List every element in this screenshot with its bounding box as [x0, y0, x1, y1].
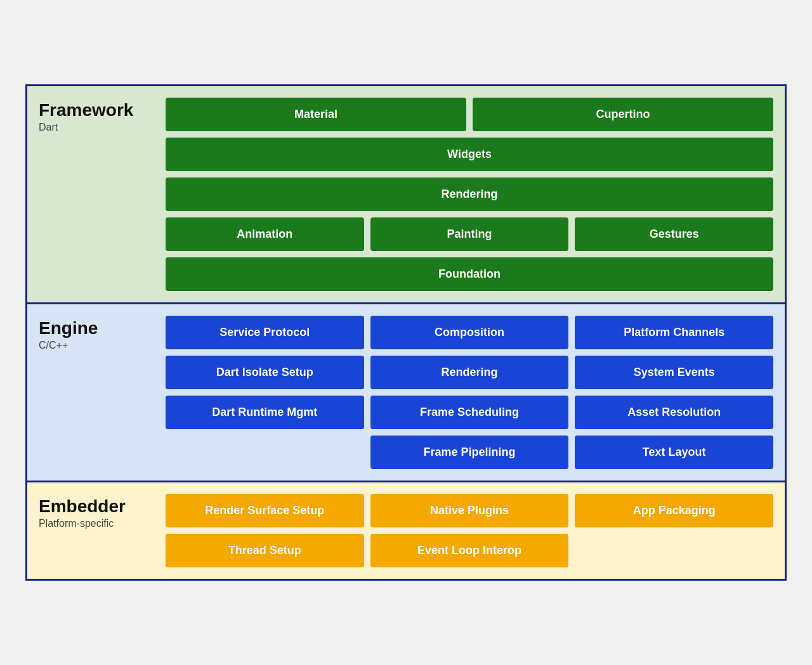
framework-content: Material Cupertino Widgets Rendering Ani…	[166, 98, 773, 291]
engine-row-3: Dart Runtime Mgmt Frame Scheduling Asset…	[166, 396, 773, 429]
framework-row-5: Foundation	[166, 257, 773, 291]
framework-row-3: Rendering	[166, 178, 773, 211]
embedder-row-1: Render Surface Setup Native Plugins App …	[166, 494, 773, 527]
engine-subtitle: C/C++	[39, 340, 166, 351]
embedder-event-loop-interop[interactable]: Event Loop Interop	[370, 534, 569, 567]
engine-label: Engine C/C++	[39, 316, 166, 469]
framework-title: Framework	[39, 100, 166, 120]
framework-label: Framework Dart	[39, 98, 166, 291]
embedder-render-surface-setup[interactable]: Render Surface Setup	[166, 494, 364, 527]
engine-row-1: Service Protocol Composition Platform Ch…	[166, 316, 773, 349]
engine-empty-1	[166, 436, 364, 469]
embedder-label: Embedder Platform-specific	[39, 494, 166, 567]
embedder-title: Embedder	[39, 496, 166, 517]
framework-cupertino[interactable]: Cupertino	[473, 98, 773, 131]
embedder-subtitle: Platform-specific	[39, 518, 166, 529]
engine-row-4: Frame Pipelining Text Layout	[166, 436, 773, 469]
engine-dart-runtime-mgmt[interactable]: Dart Runtime Mgmt	[166, 396, 364, 429]
framework-rendering[interactable]: Rendering	[166, 178, 773, 211]
engine-platform-channels[interactable]: Platform Channels	[575, 316, 773, 349]
framework-row-2: Widgets	[166, 138, 773, 171]
engine-title: Engine	[39, 318, 166, 339]
framework-material[interactable]: Material	[166, 98, 466, 131]
embedder-empty-1	[575, 534, 773, 567]
framework-row-1: Material Cupertino	[166, 98, 773, 131]
embedder-row-2: Thread Setup Event Loop Interop	[166, 534, 773, 567]
engine-service-protocol[interactable]: Service Protocol	[166, 316, 364, 349]
engine-system-events[interactable]: System Events	[575, 356, 773, 389]
embedder-app-packaging[interactable]: App Packaging	[575, 494, 773, 527]
framework-painting[interactable]: Painting	[370, 217, 569, 251]
framework-subtitle: Dart	[39, 122, 166, 133]
framework-animation[interactable]: Animation	[166, 217, 364, 251]
engine-composition[interactable]: Composition	[370, 316, 569, 349]
embedder-section: Embedder Platform-specific Render Surfac…	[27, 482, 785, 579]
embedder-native-plugins[interactable]: Native Plugins	[370, 494, 569, 527]
engine-dart-isolate-setup[interactable]: Dart Isolate Setup	[166, 356, 364, 389]
engine-content: Service Protocol Composition Platform Ch…	[166, 316, 773, 469]
framework-row-4: Animation Painting Gestures	[166, 217, 773, 251]
framework-section: Framework Dart Material Cupertino Widget…	[27, 86, 785, 304]
engine-row-2: Dart Isolate Setup Rendering System Even…	[166, 356, 773, 389]
engine-asset-resolution[interactable]: Asset Resolution	[575, 396, 773, 429]
embedder-thread-setup[interactable]: Thread Setup	[166, 534, 364, 567]
engine-text-layout[interactable]: Text Layout	[575, 436, 773, 469]
engine-frame-pipelining[interactable]: Frame Pipelining	[370, 436, 569, 469]
framework-widgets[interactable]: Widgets	[166, 138, 773, 171]
framework-foundation[interactable]: Foundation	[166, 257, 773, 291]
architecture-diagram: Framework Dart Material Cupertino Widget…	[25, 84, 787, 581]
framework-gestures[interactable]: Gestures	[575, 217, 773, 251]
embedder-content: Render Surface Setup Native Plugins App …	[166, 494, 773, 567]
engine-rendering[interactable]: Rendering	[370, 356, 569, 389]
engine-section: Engine C/C++ Service Protocol Compositio…	[27, 304, 785, 482]
engine-frame-scheduling[interactable]: Frame Scheduling	[370, 396, 569, 429]
